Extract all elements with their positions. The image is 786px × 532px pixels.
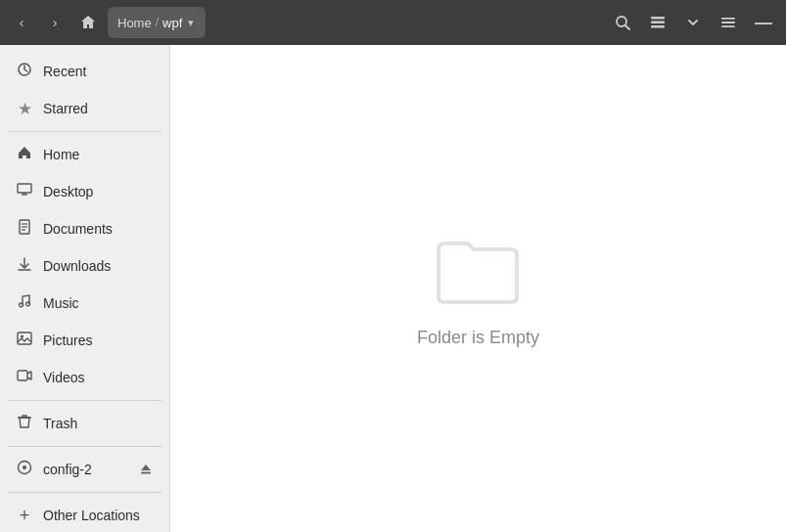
eject-button[interactable] bbox=[134, 458, 158, 481]
sidebar-label-documents: Documents bbox=[43, 221, 113, 237]
svg-point-17 bbox=[20, 303, 23, 307]
sidebar-item-desktop[interactable]: Desktop bbox=[0, 173, 169, 210]
search-icon bbox=[615, 15, 630, 30]
forward-button[interactable]: › bbox=[39, 7, 70, 38]
breadcrumb-current: wpf bbox=[162, 16, 182, 30]
svg-point-24 bbox=[23, 466, 26, 469]
sidebar-divider-4 bbox=[8, 492, 162, 493]
downloads-icon bbox=[16, 256, 33, 276]
minimize-icon: — bbox=[755, 13, 772, 33]
empty-folder-icon bbox=[431, 230, 525, 312]
svg-point-18 bbox=[26, 302, 30, 306]
sidebar-divider-2 bbox=[8, 400, 162, 401]
svg-rect-5 bbox=[721, 18, 735, 20]
forward-icon: › bbox=[53, 15, 58, 30]
sidebar-item-videos[interactable]: Videos bbox=[0, 359, 169, 396]
menu-button[interactable] bbox=[712, 7, 745, 38]
sidebar-label-home: Home bbox=[43, 147, 79, 162]
other-locations-icon: + bbox=[16, 506, 33, 526]
svg-rect-19 bbox=[18, 332, 31, 344]
sidebar-item-documents[interactable]: Documents bbox=[0, 210, 169, 247]
desktop-icon bbox=[16, 182, 33, 201]
music-icon bbox=[16, 293, 33, 313]
home-folder-icon bbox=[16, 145, 33, 164]
sidebar-label-recent: Recent bbox=[43, 64, 86, 79]
home-button[interactable] bbox=[72, 7, 104, 38]
titlebar: ‹ › Home / wpf ▾ bbox=[0, 0, 786, 45]
sidebar-item-other-locations[interactable]: + Other Locations bbox=[0, 497, 169, 532]
empty-folder-text: Folder is Empty bbox=[417, 328, 539, 348]
sidebar-item-downloads[interactable]: Downloads bbox=[0, 247, 169, 285]
svg-rect-9 bbox=[18, 184, 31, 193]
sidebar-divider-1 bbox=[8, 131, 162, 132]
breadcrumb-home[interactable]: Home bbox=[117, 16, 152, 30]
sidebar-label-music: Music bbox=[43, 295, 79, 311]
sidebar-label-pictures: Pictures bbox=[43, 332, 93, 348]
breadcrumb-separator: / bbox=[156, 16, 159, 29]
svg-rect-3 bbox=[651, 22, 665, 24]
svg-rect-4 bbox=[651, 25, 665, 28]
sidebar-label-downloads: Downloads bbox=[43, 258, 111, 274]
minimize-button[interactable]: — bbox=[747, 7, 780, 38]
recent-icon bbox=[16, 62, 33, 81]
sidebar-label-trash: Trash bbox=[43, 416, 77, 431]
sidebar-item-music[interactable]: Music bbox=[0, 285, 169, 322]
sidebar-item-pictures[interactable]: Pictures bbox=[0, 322, 169, 359]
breadcrumb: Home / wpf ▾ bbox=[108, 7, 206, 38]
list-view-icon bbox=[650, 15, 666, 30]
trash-icon bbox=[16, 414, 33, 433]
config2-icon bbox=[16, 460, 33, 479]
svg-point-20 bbox=[21, 335, 23, 338]
sidebar-label-desktop: Desktop bbox=[43, 184, 93, 200]
back-icon: ‹ bbox=[20, 15, 24, 30]
sort-button[interactable] bbox=[676, 7, 710, 38]
sidebar-item-config2[interactable]: config-2 bbox=[0, 451, 169, 488]
svg-rect-2 bbox=[651, 17, 665, 20]
sidebar-item-recent[interactable]: Recent bbox=[0, 53, 169, 90]
documents-icon bbox=[16, 219, 33, 239]
svg-line-1 bbox=[625, 25, 629, 29]
svg-rect-26 bbox=[141, 472, 151, 474]
svg-rect-7 bbox=[721, 25, 735, 27]
breadcrumb-dropdown-button[interactable]: ▾ bbox=[186, 17, 196, 29]
svg-rect-21 bbox=[18, 371, 27, 380]
sidebar-label-other-locations: Other Locations bbox=[43, 508, 140, 523]
sidebar: Recent ★ Starred Home Desktop bbox=[0, 45, 170, 532]
content-area: Folder is Empty bbox=[170, 45, 786, 532]
list-view-button[interactable] bbox=[641, 7, 674, 38]
main-layout: Recent ★ Starred Home Desktop bbox=[0, 45, 786, 532]
sidebar-label-videos: Videos bbox=[43, 370, 85, 385]
sidebar-item-starred[interactable]: ★ Starred bbox=[0, 90, 169, 127]
back-button[interactable]: ‹ bbox=[6, 7, 37, 38]
pictures-icon bbox=[16, 331, 33, 350]
starred-icon: ★ bbox=[16, 99, 33, 119]
search-button[interactable] bbox=[606, 7, 639, 38]
sidebar-item-trash[interactable]: Trash bbox=[0, 405, 169, 442]
titlebar-actions: — bbox=[606, 7, 780, 38]
sort-icon bbox=[685, 15, 701, 30]
svg-rect-6 bbox=[721, 22, 735, 23]
svg-marker-25 bbox=[141, 465, 151, 470]
videos-icon bbox=[16, 368, 33, 387]
home-icon bbox=[79, 14, 97, 31]
sidebar-divider-3 bbox=[8, 446, 162, 447]
sidebar-label-config2: config-2 bbox=[43, 462, 92, 477]
sidebar-label-starred: Starred bbox=[43, 101, 88, 116]
sidebar-item-home[interactable]: Home bbox=[0, 136, 169, 173]
empty-folder-view: Folder is Empty bbox=[417, 230, 539, 348]
menu-icon bbox=[720, 15, 736, 30]
